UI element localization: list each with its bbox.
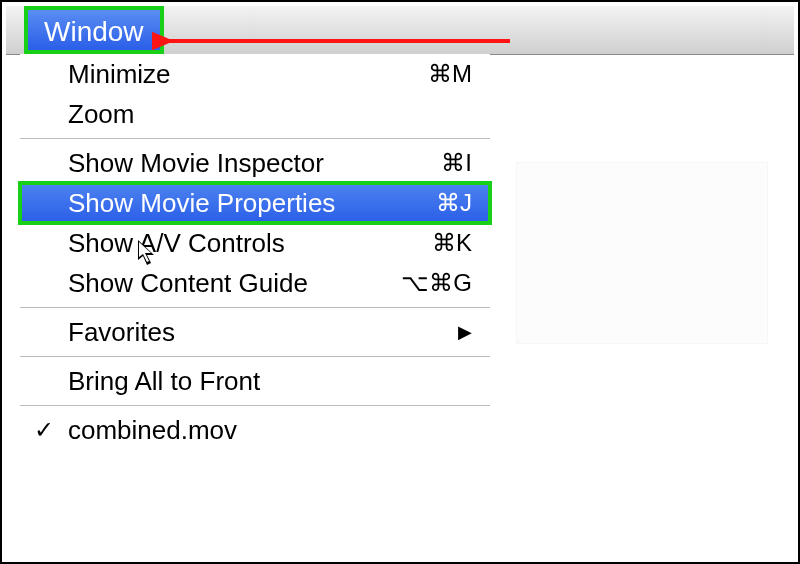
menu-item-label: Minimize: [68, 59, 171, 90]
menu-item-show-movie-properties[interactable]: Show Movie Properties ⌘J: [20, 183, 490, 223]
menu-item-label: Favorites: [68, 317, 175, 348]
menu-item-bring-all-to-front[interactable]: Bring All to Front: [20, 361, 490, 401]
menu-item-label: Show Movie Properties: [68, 188, 335, 219]
menu-item-show-content-guide[interactable]: Show Content Guide ⌥⌘G: [20, 263, 490, 303]
menu-separator: [20, 307, 490, 308]
menu-item-label: Show A/V Controls: [68, 228, 285, 259]
menubar: Window: [6, 6, 794, 55]
menu-item-shortcut: ⌘J: [436, 189, 472, 217]
menu-item-label: Show Movie Inspector: [68, 148, 324, 179]
menu-item-minimize[interactable]: Minimize ⌘M: [20, 54, 490, 94]
menu-item-shortcut: ⌥⌘G: [401, 269, 472, 297]
menu-separator: [20, 356, 490, 357]
submenu-arrow-icon: ▶: [458, 321, 472, 343]
menu-item-show-movie-inspector[interactable]: Show Movie Inspector ⌘I: [20, 143, 490, 183]
menu-item-label: combined.mov: [68, 415, 237, 446]
menu-title-window[interactable]: Window: [24, 6, 164, 54]
menu-item-favorites[interactable]: Favorites ▶: [20, 312, 490, 352]
window-menu-dropdown: Minimize ⌘M Zoom Show Movie Inspector ⌘I…: [20, 54, 490, 450]
menu-item-window-combined-mov[interactable]: ✓ combined.mov: [20, 410, 490, 450]
menu-separator: [20, 138, 490, 139]
screenshot-stage: Window Minimize ⌘M Zoom Show Movie Inspe…: [0, 0, 800, 564]
menu-item-shortcut: ⌘I: [441, 149, 472, 177]
menu-separator: [20, 405, 490, 406]
menu-item-shortcut: ⌘M: [428, 60, 472, 88]
menu-item-label: Zoom: [68, 99, 134, 130]
checkmark-icon: ✓: [34, 416, 54, 444]
menu-item-label: Bring All to Front: [68, 366, 260, 397]
menu-item-shortcut: ⌘K: [432, 229, 472, 257]
menu-item-label: Show Content Guide: [68, 268, 308, 299]
background-window-ghost: [516, 162, 768, 344]
menu-item-show-av-controls[interactable]: Show A/V Controls ⌘K: [20, 223, 490, 263]
menu-item-zoom[interactable]: Zoom: [20, 94, 490, 134]
